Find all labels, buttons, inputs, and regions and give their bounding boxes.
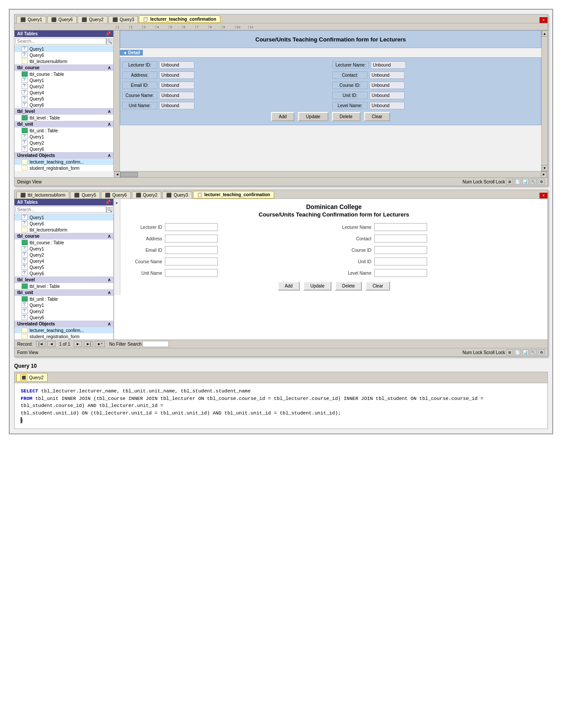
sidebar-item-lecturer-form-btm[interactable]: lecturer_teaching_confirm... (15, 327, 113, 333)
query-icon-btm-c-q6 (22, 271, 28, 276)
search-icon-top[interactable]: 🔍 (106, 38, 112, 45)
sidebar-item-tbl-course-q5[interactable]: Query5 (15, 96, 113, 102)
tab-query3-top[interactable]: ⬛ Query3 (108, 16, 138, 23)
sidebar-item-form-top[interactable]: tbl_lecturersubform (15, 58, 113, 64)
tab-tbl-lecturersubform[interactable]: ⬛ tbl_lecturersubform (16, 191, 69, 198)
sidebar-group-tbl-course-btm[interactable]: tbl_course ∧ (15, 233, 113, 239)
form-input-email[interactable] (165, 246, 218, 254)
design-clear-button[interactable]: Clear (364, 112, 391, 121)
form-input-unit-id[interactable] (374, 258, 427, 265)
tab-query5-bottom[interactable]: ⬛ Query5 (70, 191, 100, 198)
form-input-lecturer-name[interactable] (374, 223, 427, 231)
sidebar-item-query1-bottom[interactable]: Query1 (15, 214, 113, 220)
form-delete-button[interactable]: Delete (335, 281, 362, 291)
sidebar-item-tbl-level-table[interactable]: tbl_level : Table (15, 115, 113, 121)
query-icon-bottom-tab2: ⬛ (74, 193, 79, 198)
close-button-bottom[interactable]: × (540, 193, 547, 198)
sidebar-item-tbl-unit-q1[interactable]: Query1 (15, 134, 113, 140)
form-input-unit-name[interactable] (165, 269, 218, 277)
sidebar-group-tbl-level-btm[interactable]: tbl_level ∧ (15, 276, 113, 283)
design-add-button[interactable]: Add (271, 112, 295, 121)
form-input-address[interactable] (165, 235, 218, 243)
sidebar-item-tbl-unit-q2-btm[interactable]: Query2 (15, 308, 113, 314)
sidebar-item-tbl-level-btm[interactable]: tbl_level : Table (15, 283, 113, 289)
sidebar-item-tbl-course-table[interactable]: tbl_course : Table (15, 71, 113, 77)
record-new-button[interactable]: ►* (95, 341, 104, 347)
form-clear-button[interactable]: Clear (365, 281, 390, 291)
form-field-course-name: Course Name (129, 258, 330, 265)
sidebar-group-tbl-level[interactable]: tbl_level ∧ (15, 108, 113, 115)
tab-query6-bottom[interactable]: ⬛ Query6 (101, 191, 131, 198)
sidebar-item-tbl-unit-btm[interactable]: tbl_unit : Table (15, 296, 113, 302)
sidebar-item-tbl-course-q1-btm[interactable]: Query1 (15, 246, 113, 252)
tab-query6-top[interactable]: ⬛ Query6 (47, 16, 77, 23)
record-prev-button[interactable]: ◄ (47, 341, 56, 347)
sidebar-group-tbl-unit-btm[interactable]: tbl_unit ∧ (15, 289, 113, 296)
record-next-button[interactable]: ► (74, 341, 82, 347)
hscrollbar-top[interactable]: ◄ ► (114, 171, 547, 177)
form-input-course-name[interactable] (165, 258, 218, 265)
sidebar-group-tbl-course[interactable]: tbl_course ∧ (15, 64, 113, 71)
sidebar-group-unrelated[interactable]: Unrelated Objects ∧ (15, 152, 113, 159)
sidebar-item-tbl-unit-q1-btm[interactable]: Query1 (15, 302, 113, 308)
query-icon-course-q4 (22, 90, 28, 95)
sidebar-search-input-top[interactable] (15, 38, 106, 45)
scroll-thumb-top[interactable] (120, 172, 138, 177)
sidebar-item-tbl-course-q1[interactable]: Query1 (15, 77, 113, 83)
form-field-unit-id: Unit ID (339, 258, 539, 265)
form-input-course-id[interactable] (374, 246, 427, 254)
sidebar-item-student-form-btm[interactable]: student_registration_form (15, 333, 113, 340)
form-add-button[interactable]: Add (278, 281, 300, 291)
design-delete-button[interactable]: Delete (332, 112, 361, 121)
scroll-left-top[interactable]: ◄ (114, 172, 120, 178)
sidebar-item-tbl-course-q4[interactable]: Query4 (15, 90, 113, 96)
sidebar-item-query1-top[interactable]: Query1 (15, 46, 113, 52)
sidebar-item-query6-bottom[interactable]: Query6 (15, 220, 113, 227)
sidebar-item-tbl-course-q6[interactable]: Query6 (15, 102, 113, 108)
design-field-unit-id: Unit ID: Unbound (332, 92, 539, 99)
scroll-down-top[interactable]: ▼ (542, 165, 548, 171)
sidebar-item-query6-top[interactable]: Query6 (15, 52, 113, 58)
sidebar-item-tbl-unit-table[interactable]: tbl_unit : Table (15, 127, 113, 134)
form-nav-left[interactable]: ► (114, 199, 120, 295)
sidebar-item-form-bottom[interactable]: tbl_lecturersubform (15, 227, 113, 233)
form-input-lecturer-id[interactable] (165, 223, 218, 231)
vertical-scrollbar-top[interactable]: ▲ ▼ (541, 30, 547, 171)
sidebar-group-tbl-unit[interactable]: tbl_unit ∧ (15, 121, 113, 127)
tab-query2-bottom[interactable]: ⬛ Query2 (132, 191, 162, 198)
sidebar-item-tbl-unit-q2[interactable]: Query2 (15, 140, 113, 146)
close-button-top[interactable]: × (540, 17, 547, 23)
design-update-button[interactable]: Update (298, 112, 328, 121)
sidebar-pin-top[interactable]: 📌 (105, 31, 111, 36)
sidebar-item-tbl-unit-q6[interactable]: Query6 (15, 146, 113, 152)
form-design-canvas[interactable]: Course/Units Teaching Confirmation form … (120, 30, 541, 171)
sql-editor[interactable]: SELECT tbl_lecturer.lecturer_name, tbl_u… (15, 383, 547, 429)
sidebar-item-tbl-course-q2[interactable]: Query2 (15, 83, 113, 90)
record-search-input[interactable] (142, 341, 169, 347)
tab-query1-top[interactable]: ⬛ Query1 (16, 16, 46, 23)
tab-form-bottom[interactable]: 📋 lecturer_teaching_confirmation (193, 191, 274, 198)
tab-query3-bottom[interactable]: ⬛ Query3 (162, 191, 192, 198)
tab-form-top[interactable]: 📋 lecturer_teaching_confirmation (139, 15, 220, 23)
sidebar-item-tbl-course-q6-btm[interactable]: Query6 (15, 270, 113, 276)
query2-tab[interactable]: ⬛ Query2 (16, 373, 48, 382)
sidebar-pin-bottom[interactable]: 📌 (105, 200, 111, 205)
sidebar-item-tbl-course-q5-btm[interactable]: Query5 (15, 264, 113, 270)
sidebar-item-student-form[interactable]: student_registration_form (15, 165, 113, 171)
sidebar-item-tbl-course-q2-btm[interactable]: Query2 (15, 252, 113, 258)
scroll-right-top[interactable]: ► (541, 172, 547, 178)
sidebar-item-tbl-unit-q6-btm[interactable]: Query6 (15, 314, 113, 321)
record-first-button[interactable]: |◄ (36, 341, 45, 347)
sidebar-search-input-bottom[interactable] (15, 206, 106, 213)
search-icon-bottom[interactable]: 🔍 (106, 207, 112, 213)
sidebar-item-tbl-course-table-btm[interactable]: tbl_course : Table (15, 239, 113, 246)
tab-query2-top[interactable]: ⬛ Query2 (78, 16, 108, 23)
sidebar-group-unrelated-btm[interactable]: Unrelated Objects ∧ (15, 321, 113, 327)
form-input-contact[interactable] (374, 235, 427, 243)
sidebar-item-lecturer-form[interactable]: lecturer_teaching_confirm... (15, 159, 113, 165)
form-input-level-name[interactable] (374, 269, 427, 277)
record-last-button[interactable]: ►| (84, 341, 93, 347)
form-update-button[interactable]: Update (303, 281, 331, 291)
scroll-up-top[interactable]: ▲ (542, 30, 548, 37)
sidebar-item-tbl-course-q4-btm[interactable]: Query4 (15, 258, 113, 264)
